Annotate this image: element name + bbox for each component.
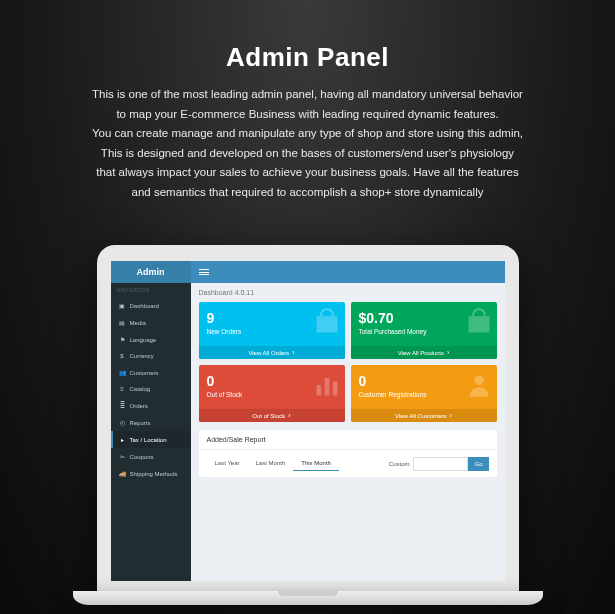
arrow-right-icon: ›	[292, 349, 294, 356]
stat-card-2: 0Out of StockOut of Stock ›	[199, 365, 345, 422]
nav-section-header: NAVIGATION	[111, 283, 191, 297]
svg-rect-1	[324, 378, 329, 396]
stat-footer-link[interactable]: Out of Stock ›	[199, 409, 345, 422]
menu-toggle-icon[interactable]	[199, 269, 209, 275]
page-title: Admin Panel	[0, 0, 615, 73]
sidebar-item-label: Catalog	[130, 386, 151, 392]
report-panel: Added/Sale Report Last Year Last Month T…	[199, 430, 497, 477]
media-icon: ▤	[119, 319, 126, 326]
bag-icon	[465, 308, 493, 337]
sidebar-item-label: Language	[130, 337, 157, 343]
sidebar-item-label: Reports	[130, 420, 151, 426]
top-navbar	[191, 261, 505, 283]
brand-logo[interactable]: Admin	[111, 261, 191, 283]
customers-icon: 👥	[119, 369, 126, 376]
sidebar-item-label: Shipping Methods	[130, 471, 178, 477]
sidebar-item-dashboard[interactable]: ▣Dashboard	[111, 297, 191, 314]
stat-footer-link[interactable]: View All Orders ›	[199, 346, 345, 359]
sidebar-item-label: Dashboard	[130, 303, 159, 309]
arrow-right-icon: ›	[447, 349, 449, 356]
sidebar-item-customers[interactable]: 👥Customers	[111, 364, 191, 381]
sidebar-item-label: Media	[130, 320, 146, 326]
tab-last-month[interactable]: Last Month	[248, 456, 294, 471]
svg-rect-0	[316, 385, 321, 396]
stat-footer-link[interactable]: View All Products ›	[351, 346, 497, 359]
tax-location-icon: ▸	[119, 436, 126, 443]
svg-rect-2	[332, 382, 337, 396]
sidebar-item-media[interactable]: ▤Media	[111, 314, 191, 331]
sidebar-item-coupons[interactable]: ✂Coupons	[111, 448, 191, 465]
stats-cards-grid: 9New OrdersView All Orders ›$0.70Total P…	[199, 302, 497, 422]
reports-icon: ◴	[119, 419, 126, 426]
sidebar-item-orders[interactable]: ≣Orders	[111, 397, 191, 414]
report-title: Added/Sale Report	[199, 430, 497, 450]
sidebar-item-reports[interactable]: ◴Reports	[111, 414, 191, 431]
bag-icon	[313, 308, 341, 337]
sidebar-item-label: Currency	[130, 353, 154, 359]
orders-icon: ≣	[119, 402, 126, 409]
arrow-right-icon: ›	[450, 412, 452, 419]
coupons-icon: ✂	[119, 453, 126, 460]
laptop-mockup: Admin NAVIGATION ▣Dashboard▤Media⚑Langua…	[97, 245, 519, 605]
catalog-icon: ≡	[119, 386, 126, 392]
page-description: This is one of the most leading admin pa…	[0, 73, 615, 202]
go-button[interactable]: Go	[468, 457, 488, 471]
custom-date-input[interactable]	[413, 457, 468, 471]
language-icon: ⚑	[119, 336, 126, 343]
person-icon	[465, 371, 493, 400]
arrow-right-icon: ›	[288, 412, 290, 419]
bars-icon	[313, 371, 341, 400]
sidebar-item-label: Coupons	[130, 454, 154, 460]
sidebar-item-tax-location[interactable]: ▸Tax / Location	[111, 431, 191, 448]
sidebar-item-shipping-methods[interactable]: 🚚Shipping Methods	[111, 465, 191, 482]
sidebar-item-catalog[interactable]: ≡Catalog	[111, 381, 191, 397]
stat-card-1: $0.70Total Purchased MoneyView All Produ…	[351, 302, 497, 359]
dashboard-icon: ▣	[119, 302, 126, 309]
admin-app-screen: Admin NAVIGATION ▣Dashboard▤Media⚑Langua…	[111, 261, 505, 581]
sidebar-item-currency[interactable]: $Currency	[111, 348, 191, 364]
breadcrumb: Dashboard 4.0.11	[199, 289, 497, 296]
custom-label: Custom	[389, 461, 410, 467]
sidebar-item-label: Orders	[130, 403, 148, 409]
shipping-methods-icon: 🚚	[119, 470, 126, 477]
sidebar-item-label: Tax / Location	[130, 437, 167, 443]
stat-card-0: 9New OrdersView All Orders ›	[199, 302, 345, 359]
sidebar-nav: NAVIGATION ▣Dashboard▤Media⚑Language$Cur…	[111, 283, 191, 581]
tab-this-month[interactable]: This Month	[293, 456, 339, 471]
svg-point-3	[474, 376, 483, 385]
stat-card-3: 0Customer RegistrationsView All Customer…	[351, 365, 497, 422]
sidebar-item-language[interactable]: ⚑Language	[111, 331, 191, 348]
laptop-base	[73, 591, 543, 605]
currency-icon: $	[119, 353, 126, 359]
sidebar-item-label: Customers	[130, 370, 159, 376]
stat-footer-link[interactable]: View All Customers ›	[351, 409, 497, 422]
tab-last-year[interactable]: Last Year	[207, 456, 248, 471]
main-content: Dashboard 4.0.11 9New OrdersView All Ord…	[191, 283, 505, 581]
